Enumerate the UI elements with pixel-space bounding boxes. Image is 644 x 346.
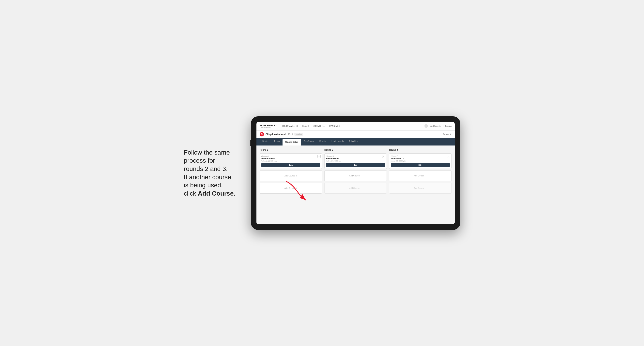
- nav-link-committee[interactable]: COMMITTEE: [313, 125, 325, 127]
- round-3-column: Round 3 ○ (Course A) Peachtree GC Yellow…: [389, 149, 452, 194]
- round-2-course-name: Peachtree GC: [326, 157, 385, 160]
- round-2-add-label-2: Add Course: [349, 187, 360, 189]
- round-3-course-name: Peachtree GC: [391, 157, 450, 160]
- instruction-line1: Follow the same: [184, 149, 230, 156]
- delete-icon-3: ○: [448, 155, 449, 157]
- top-nav-right: blair@clippd.io | Sign out: [424, 124, 452, 128]
- round-1-add-course-2[interactable]: Add Course +: [260, 183, 322, 194]
- separator: |: [443, 125, 444, 127]
- round-3-add-label-1: Add Course: [414, 175, 424, 177]
- round-1-add-course-1[interactable]: Add Course +: [260, 170, 322, 181]
- tablet-frame: SCOREBOARD Powered by clippd TOURNAMENTS…: [251, 116, 460, 230]
- tournament-left: C Clippd Invitational (Men) Hosting: [260, 132, 303, 137]
- round-2-column: Round 2 ○ (Course A) Peachtree GC Yellow…: [324, 149, 387, 194]
- plus-icon-6: +: [425, 187, 427, 190]
- round-3-delete-button[interactable]: ○: [447, 155, 450, 158]
- nav-link-tournaments[interactable]: TOURNAMENTS: [282, 125, 298, 127]
- top-nav: SCOREBOARD Powered by clippd TOURNAMENTS…: [256, 122, 455, 131]
- round-3-course-label: (Course A): [391, 155, 450, 157]
- tab-printables[interactable]: Printables: [346, 138, 361, 146]
- instruction-line4: If another course: [184, 173, 231, 180]
- tabs-bar: Details Teams Course Setup Tee Groups Re…: [256, 138, 455, 146]
- plus-icon-1: +: [296, 174, 297, 177]
- round-2-add-course-1[interactable]: Add Course +: [324, 170, 387, 181]
- close-icon: ✕: [450, 133, 452, 135]
- round-2-add-course-text-2: Add Course +: [349, 187, 362, 190]
- round-3-add-course-text-2: Add Course +: [414, 187, 427, 190]
- instruction-bold: Add Course.: [198, 190, 235, 197]
- round-1-add-course-text-2: Add Course +: [284, 187, 297, 190]
- plus-icon-3: +: [360, 174, 362, 177]
- round-1-course-name: Peachtree GC: [262, 157, 320, 160]
- tournament-header: C Clippd Invitational (Men) Hosting Canc…: [256, 131, 455, 138]
- round-2-course-label: (Course A): [326, 155, 385, 157]
- tournament-logo: C: [260, 132, 264, 137]
- delete-icon-2: ○: [383, 155, 384, 157]
- round-3-course-details: Yellow (M) (6629 yds): [391, 160, 450, 162]
- round-3-course-card: ○ (Course A) Peachtree GC Yellow (M) (66…: [389, 153, 452, 169]
- round-1-edit-button[interactable]: Edit: [262, 163, 320, 167]
- plus-icon-4: +: [360, 187, 362, 190]
- tablet-screen: SCOREBOARD Powered by clippd TOURNAMENTS…: [256, 122, 455, 224]
- round-2-delete-button[interactable]: ○: [382, 155, 385, 158]
- round-3-add-course-1[interactable]: Add Course +: [389, 170, 452, 181]
- round-1-column: Round 1 ○ (Course A) Peachtree GC Yellow…: [260, 149, 322, 194]
- tab-tee-groups[interactable]: Tee Groups: [301, 138, 317, 146]
- tab-results[interactable]: Results: [317, 138, 329, 146]
- logo-scoreboard: SCOREBOARD: [260, 124, 277, 127]
- tournament-name: Clippd Invitational: [266, 133, 286, 136]
- plus-icon-2: +: [296, 187, 297, 190]
- round-2-course-card: ○ (Course A) Peachtree GC Yellow (M) (66…: [324, 153, 387, 169]
- cancel-label: Cancel: [443, 133, 449, 135]
- round-2-title: Round 2: [324, 149, 387, 151]
- nav-link-rankings[interactable]: RANKINGS: [329, 125, 340, 127]
- tournament-status: Hosting: [294, 133, 303, 136]
- tournament-gender: (Men): [288, 133, 293, 135]
- round-2-add-course-text-1: Add Course +: [349, 174, 362, 177]
- main-content: Round 1 ○ (Course A) Peachtree GC Yellow…: [256, 146, 455, 224]
- instruction-line5: is being used,: [184, 181, 223, 189]
- user-email: blair@clippd.io: [430, 125, 441, 127]
- round-1-add-label-2: Add Course: [284, 187, 295, 189]
- round-1-course-card: ○ (Course A) Peachtree GC Yellow (M) (66…: [260, 153, 322, 169]
- nav-link-teams[interactable]: TEAMS: [302, 125, 309, 127]
- instruction-line3: rounds 2 and 3.: [184, 165, 228, 172]
- tab-teams[interactable]: Teams: [271, 138, 282, 146]
- round-1-course-details: Yellow (M) (6629 yds): [262, 160, 320, 162]
- user-avatar: [424, 124, 428, 128]
- round-2-add-course-2: Add Course +: [324, 183, 387, 194]
- round-2-add-label-1: Add Course: [349, 175, 360, 177]
- rounds-container: Round 1 ○ (Course A) Peachtree GC Yellow…: [260, 149, 452, 194]
- instruction-line2: process for: [184, 157, 215, 164]
- top-nav-links: TOURNAMENTS TEAMS COMMITTEE RANKINGS: [282, 125, 424, 127]
- round-1-delete-button[interactable]: ○: [318, 155, 320, 158]
- round-3-add-course-text-1: Add Course +: [414, 174, 427, 177]
- tablet-side-button: [250, 140, 251, 146]
- round-2-edit-button[interactable]: Edit: [326, 163, 385, 167]
- instruction-text: Follow the same process for rounds 2 and…: [184, 149, 239, 198]
- plus-icon-5: +: [425, 174, 427, 177]
- round-3-add-label-2: Add Course: [414, 187, 424, 189]
- round-3-title: Round 3: [389, 149, 452, 151]
- instruction-line6: click: [184, 190, 198, 197]
- tab-leaderboards[interactable]: Leaderboards: [329, 138, 346, 146]
- sign-out-link[interactable]: Sign out: [445, 125, 452, 127]
- tab-course-setup[interactable]: Course Setup: [282, 139, 301, 146]
- round-3-add-course-2: Add Course +: [389, 183, 452, 194]
- round-1-add-label-1: Add Course: [284, 175, 295, 177]
- cancel-button[interactable]: Cancel ✕: [443, 133, 452, 135]
- delete-icon: ○: [318, 155, 320, 157]
- round-1-course-label: (Course A): [262, 155, 320, 157]
- tab-details[interactable]: Details: [260, 138, 271, 146]
- logo-area: SCOREBOARD Powered by clippd: [260, 124, 277, 128]
- round-1-title: Round 1: [260, 149, 322, 151]
- round-2-course-details: Yellow (M) (6629 yds): [326, 160, 385, 162]
- round-3-edit-button[interactable]: Edit: [391, 163, 450, 167]
- logo-sub: Powered by clippd: [260, 127, 277, 128]
- round-1-add-course-text-1: Add Course +: [284, 174, 297, 177]
